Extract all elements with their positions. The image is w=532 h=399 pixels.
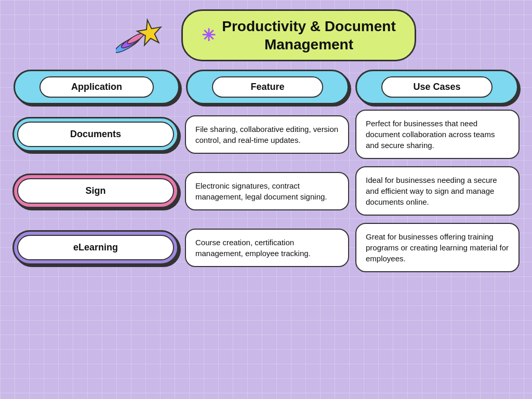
col-header-feature: Feature: [186, 70, 349, 104]
asterisk-icon: ✳: [202, 27, 216, 44]
page-title: Productivity & DocumentManagement: [222, 17, 395, 54]
svg-marker-3: [136, 18, 163, 46]
row-documents: Documents File sharing, collaborative ed…: [12, 110, 520, 159]
app-label-sign: Sign: [17, 178, 174, 204]
shooting-star-icon: [116, 15, 173, 56]
main-table: Application Feature Use Cases Documents …: [0, 66, 532, 272]
use-case-elearning: Great for businesses offering training p…: [355, 223, 520, 272]
col-header-application: Application: [14, 70, 180, 104]
row-sign: Sign Electronic signatures, contract man…: [12, 166, 520, 216]
app-cell-documents: Documents: [12, 117, 179, 152]
row-elearning: eLearning Course creation, certification…: [12, 223, 520, 272]
app-cell-elearning: eLearning: [12, 230, 179, 265]
app-cell-sign: Sign: [12, 174, 179, 208]
app-pill-documents: Documents: [12, 117, 179, 152]
use-case-sign: Ideal for businesses needing a secure an…: [355, 166, 520, 216]
app-pill-elearning: eLearning: [12, 230, 179, 265]
app-label-documents: Documents: [17, 122, 174, 147]
feature-documents: File sharing, collaborative editing, ver…: [185, 115, 349, 154]
title-badge: ✳ Productivity & DocumentManagement: [181, 9, 416, 61]
use-case-documents: Perfect for businesses that need documen…: [355, 110, 520, 159]
feature-elearning: Course creation, certification managemen…: [185, 229, 349, 267]
col-header-use-cases: Use Cases: [355, 70, 518, 104]
feature-sign: Electronic signatures, contract manageme…: [185, 172, 349, 210]
page-header: ✳ Productivity & DocumentManagement: [0, 0, 532, 66]
column-headers: Application Feature Use Cases: [12, 70, 520, 104]
app-pill-sign: Sign: [12, 174, 179, 208]
app-label-elearning: eLearning: [17, 235, 174, 260]
